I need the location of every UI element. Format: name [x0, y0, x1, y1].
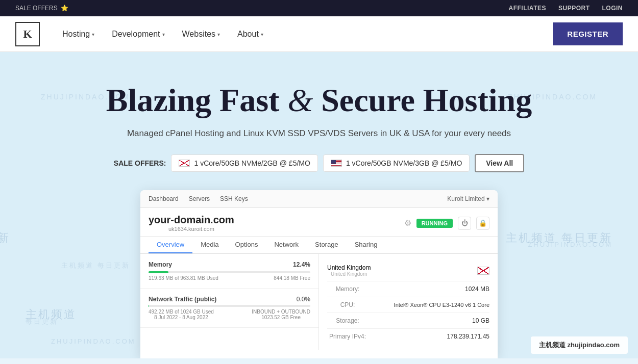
dashboard-content: Memory 12.4% 119.63 MB of 963.81 MB Used… [140, 254, 498, 350]
nav-hosting[interactable]: Hosting ▾ [55, 25, 102, 43]
register-button[interactable]: REGISTER [553, 22, 623, 45]
dash-nav-dashboard[interactable]: Dashboard [149, 195, 179, 202]
nav-about[interactable]: About ▾ [230, 25, 271, 43]
server-location-row: United Kingdom United Kingdom [327, 260, 489, 281]
network-used: 492.22 MB of 1024 GB Used [149, 309, 214, 315]
server-cpu-label: CPU: [327, 301, 368, 308]
domain-actions: ⚙ RUNNING ⏻ 🔒 [404, 217, 489, 230]
topbar-left: SALE OFFERS ⭐ [15, 5, 68, 12]
watermark-7: 主机频道 每日更新 [506, 230, 612, 246]
watermark-11: 每日更新 [26, 317, 58, 326]
dashboard-preview: Dashboard Servers SSH Keys Kuroit Limite… [140, 190, 498, 358]
logo-text: K [23, 28, 32, 41]
memory-bar-bg [149, 271, 310, 273]
server-storage-val: 10 GB [472, 317, 489, 324]
network-free: 1023.52 GB Free [252, 315, 310, 320]
watermark-8: ZHUJIPINDAO.COM [528, 241, 612, 248]
hero-title-part2: Secure Hosting [321, 82, 532, 118]
dashboard-nav-left: Dashboard Servers SSH Keys [149, 195, 248, 202]
watermark-12: ZHUJIPINDAO.COM [51, 337, 136, 345]
server-location: United Kingdom United Kingdom [327, 264, 371, 277]
support-link[interactable]: SUPPORT [558, 5, 590, 12]
tab-network[interactable]: Network [266, 237, 307, 253]
view-all-button[interactable]: View All [475, 154, 524, 172]
hero-subtitle: Managed cPanel Hosting and Linux KVM SSD… [10, 128, 628, 139]
offer-uk-pill: 1 vCore/50GB NVMe/2GB @ £5/MO [171, 154, 317, 172]
tab-overview[interactable]: Overview [149, 237, 192, 253]
power-icon[interactable]: ⏻ [458, 217, 471, 230]
affiliates-link[interactable]: AFFILIATES [509, 5, 546, 12]
login-link[interactable]: LOGIN [602, 5, 623, 12]
navbar: K Hosting ▾ Development ▾ Websites ▾ Abo… [0, 16, 638, 52]
nav-development[interactable]: Development ▾ [105, 25, 171, 43]
bottom-watermark: 主机频道 zhujipindao.com [531, 336, 628, 354]
chevron-down-icon: ▾ [261, 32, 263, 37]
location-sub: United Kingdom [327, 271, 371, 277]
server-ipv4-val: 178.239.171.45 [447, 333, 489, 340]
hero-section: ZHUJIPINDAO.COM ZHUJIPINDAO.COM 更新 OM 主机… [0, 52, 638, 358]
location-label: United Kingdom [327, 264, 371, 271]
sale-label: SALE OFFERS: [114, 159, 166, 167]
network-bar-bg [149, 305, 310, 307]
hero-title-part1: Blazing Fast [106, 82, 280, 118]
us-flag-icon [331, 160, 342, 167]
dash-nav-servers[interactable]: Servers [189, 195, 210, 202]
dashboard-server-info: United Kingdom United Kingdom Memory: 10… [319, 254, 498, 350]
network-stat-card: Network Traffic (public) 0.0% 492.22 MB … [140, 289, 318, 328]
memory-pct: 12.4% [293, 261, 310, 268]
tab-options[interactable]: Options [227, 237, 266, 253]
memory-free: 844.18 MB Free [274, 275, 310, 281]
server-memory-label: Memory: [327, 285, 368, 293]
memory-used: 119.63 MB of 963.81 MB Used [149, 275, 218, 281]
dash-nav-sshkeys[interactable]: SSH Keys [220, 195, 248, 202]
star-icon: ⭐ [61, 5, 68, 12]
gear-icon[interactable]: ⚙ [404, 218, 411, 228]
server-ipv4-label: Primary IPv4: [327, 333, 368, 340]
uk-mini-flag [477, 267, 489, 275]
sale-offers-bar: SALE OFFERS: 1 vCore/50GB NVMe/2GB @ £5/… [10, 154, 628, 172]
offer-us-pill: 1 vCore/50GB NVMe/3GB @ £5/MO [323, 154, 470, 172]
hero-title-amp: & [287, 82, 321, 118]
topbar-right: AFFILIATES SUPPORT LOGIN [509, 5, 623, 12]
tab-storage[interactable]: Storage [307, 237, 347, 253]
server-storage-label: Storage: [327, 317, 368, 324]
hero-title: Blazing Fast & Secure Hosting [10, 83, 628, 118]
nav-websites-label: Websites [182, 30, 216, 39]
memory-bar-fill [149, 271, 168, 273]
memory-stat-card: Memory 12.4% 119.63 MB of 963.81 MB Used… [140, 254, 318, 289]
logo[interactable]: K [15, 22, 40, 46]
tab-media[interactable]: Media [192, 237, 227, 253]
chevron-down-icon: ▾ [217, 32, 220, 37]
server-memory-val: 1024 MB [465, 285, 489, 293]
topbar: SALE OFFERS ⭐ AFFILIATES SUPPORT LOGIN [0, 0, 638, 16]
server-cpu-val: Intel® Xeon® CPU E3-1240 v6 1 Core [394, 302, 489, 308]
nav-about-label: About [237, 30, 259, 39]
server-cpu-row: CPU: Intel® Xeon® CPU E3-1240 v6 1 Core [327, 297, 489, 313]
network-pct: 0.0% [297, 296, 310, 303]
lock-icon[interactable]: 🔒 [476, 217, 489, 230]
network-label: Network Traffic (public) [149, 296, 216, 303]
nav-links: Hosting ▾ Development ▾ Websites ▾ About… [55, 25, 553, 43]
network-meta: 492.22 MB of 1024 GB Used 8 Jul 2022 - 8… [149, 309, 310, 320]
dashboard-domain-header: your-domain.com uk1634.kuroit.com ⚙ RUNN… [140, 208, 498, 237]
dashboard-nav: Dashboard Servers SSH Keys Kuroit Limite… [140, 190, 498, 208]
domain-name: your-domain.com [149, 214, 234, 226]
watermark-6: 主机频道 每日更新 [61, 261, 130, 270]
sale-offers-label: SALE OFFERS [15, 5, 58, 12]
offer-us-text: 1 vCore/50GB NVMe/3GB @ £5/MO [346, 159, 462, 167]
chevron-down-icon: ▾ [92, 32, 94, 37]
offer-uk-text: 1 vCore/50GB NVMe/2GB @ £5/MO [194, 159, 310, 167]
dashboard-user-label[interactable]: Kuroit Limited ▾ [447, 195, 489, 202]
nav-websites[interactable]: Websites ▾ [175, 25, 228, 43]
server-ipv4-row: Primary IPv4: 178.239.171.45 [327, 329, 489, 344]
chevron-down-icon: ▾ [162, 32, 165, 37]
server-memory-row: Memory: 1024 MB [327, 281, 489, 297]
domain-sub: uk1634.kuroit.com [149, 226, 234, 232]
domain-info: your-domain.com uk1634.kuroit.com [149, 214, 234, 232]
watermark-10: 主机频道 [26, 307, 77, 322]
memory-meta: 119.63 MB of 963.81 MB Used 844.18 MB Fr… [149, 275, 310, 281]
network-dates: 8 Jul 2022 - 8 Aug 2022 [149, 315, 214, 320]
tab-sharing[interactable]: Sharing [347, 237, 386, 253]
watermark-4: 更新 [0, 230, 10, 246]
uk-flag-icon [179, 160, 190, 167]
